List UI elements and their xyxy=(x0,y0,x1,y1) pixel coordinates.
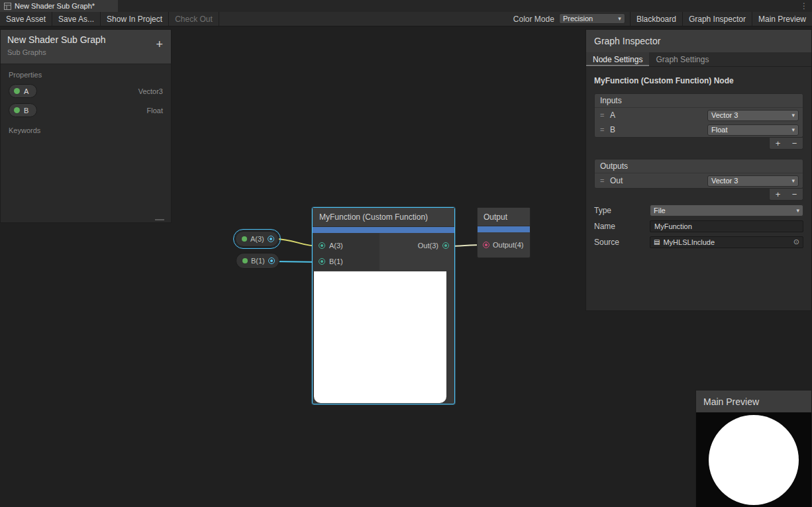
outputs-row-out-type-value: Vector 3 xyxy=(711,177,738,185)
chevron-down-icon: ▾ xyxy=(796,207,799,214)
graph-inspector-header[interactable]: Graph Inspector xyxy=(586,30,811,52)
blackboard-title: New Shader Sub Graph xyxy=(7,34,164,45)
remove-input-button[interactable]: − xyxy=(786,138,803,149)
output-node-title[interactable]: Output xyxy=(478,208,530,226)
myfunction-node[interactable]: MyFunction (Custom Function) A(3) B(1) O… xyxy=(312,207,455,404)
blackboard-toggle-button[interactable]: Blackboard xyxy=(630,12,682,26)
inputs-row-a-type-value: Vector 3 xyxy=(711,111,738,119)
drag-handle-icon[interactable]: = xyxy=(600,126,610,134)
remove-output-button[interactable]: − xyxy=(786,189,803,200)
property-row: B Float xyxy=(1,101,171,120)
outputs-row-out-type-dropdown[interactable]: Vector 3 ▾ xyxy=(707,175,799,187)
blackboard-header[interactable]: New Shader Sub Graph Sub Graphs + xyxy=(1,30,171,64)
port-row: B(1) xyxy=(313,254,380,269)
name-label: Name xyxy=(594,222,650,231)
port-row: Out(3) xyxy=(380,238,454,254)
input-port-a-label: A(3) xyxy=(329,242,343,250)
input-port-a-icon[interactable] xyxy=(319,242,325,249)
blackboard-property-b-name: B xyxy=(24,107,28,115)
source-object-value: MyHLSLInclude xyxy=(663,238,715,246)
node-accent-bar xyxy=(313,227,454,233)
property-node-a-pill[interactable]: A(3) xyxy=(235,231,279,247)
output-port-out-icon[interactable] xyxy=(442,242,449,249)
tab-node-settings[interactable]: Node Settings xyxy=(586,52,649,66)
properties-section-label: Properties xyxy=(1,64,171,81)
save-asset-button[interactable]: Save Asset xyxy=(0,12,52,26)
main-preview-toggle-button[interactable]: Main Preview xyxy=(752,12,812,26)
check-out-button[interactable]: Check Out xyxy=(169,12,219,26)
window-menu-icon[interactable]: ⋮ xyxy=(800,1,808,11)
drag-handle-icon[interactable]: = xyxy=(600,177,610,185)
chevron-down-icon: ▾ xyxy=(791,112,795,118)
blackboard-panel: New Shader Sub Graph Sub Graphs + Proper… xyxy=(0,29,172,223)
node-preview-surface xyxy=(314,271,446,403)
graph-inspector-panel: Graph Inspector Node Settings Graph Sett… xyxy=(585,29,812,311)
input-ports-column: A(3) B(1) xyxy=(313,233,380,270)
precision-dropdown[interactable]: Precision ▾ xyxy=(559,13,625,24)
object-picker-icon[interactable]: ⊙ xyxy=(793,238,799,246)
blackboard-resize-handle[interactable] xyxy=(155,219,164,220)
property-color-dot-icon xyxy=(14,107,20,113)
preview-sphere xyxy=(709,415,799,505)
type-label: Type xyxy=(594,206,650,215)
add-input-button[interactable]: + xyxy=(770,138,786,149)
drag-handle-icon[interactable]: = xyxy=(600,111,610,119)
graph-toolbar: Save Asset Save As... Show In Project Ch… xyxy=(0,12,812,26)
inputs-row-a-type-dropdown[interactable]: Vector 3 ▾ xyxy=(707,110,799,121)
output-port-out-label: Out(3) xyxy=(418,242,438,250)
inputs-row-a-name: A xyxy=(610,111,707,120)
property-color-dot-icon xyxy=(14,88,20,94)
inputs-list: Inputs = A Vector 3 ▾ = B Float ▾ xyxy=(594,93,803,138)
property-node-b[interactable]: B(1) xyxy=(236,253,279,269)
blackboard-property-b-type: Float xyxy=(147,107,163,115)
output-ports-column: Out(3) xyxy=(380,233,454,270)
inputs-list-header: Inputs xyxy=(595,94,803,108)
function-name-input[interactable]: MyFunction xyxy=(650,220,803,232)
document-tab[interactable]: New Shader Sub Graph* xyxy=(0,0,118,12)
output-node-input-port-icon[interactable] xyxy=(483,242,489,248)
property-node-a-label: A(3) xyxy=(250,235,264,243)
add-output-button[interactable]: + xyxy=(770,189,786,200)
inputs-row-b-type-dropdown[interactable]: Float ▾ xyxy=(707,124,799,136)
property-node-a-output-port[interactable] xyxy=(268,236,274,242)
toolbar-right-group: Color Mode Precision ▾ Blackboard Graph … xyxy=(509,12,812,26)
property-node-a[interactable]: A(3) xyxy=(233,229,281,249)
property-node-b-label: B(1) xyxy=(251,257,265,265)
myfunction-node-title[interactable]: MyFunction (Custom Function) xyxy=(313,208,454,227)
keywords-section-label: Keywords xyxy=(1,120,171,137)
save-as-button[interactable]: Save As... xyxy=(52,12,101,26)
source-object-field[interactable]: ▤ MyHLSLInclude ⊙ xyxy=(650,236,803,248)
output-node-port-label: Output(4) xyxy=(493,241,523,249)
graph-inspector-toggle-button[interactable]: Graph Inspector xyxy=(682,12,752,26)
output-node[interactable]: Output Output(4) xyxy=(477,207,531,258)
blackboard-property-a[interactable]: A xyxy=(9,84,37,98)
precision-dropdown-value: Precision xyxy=(563,15,593,23)
shader-graph-window: New Shader Sub Graph* ⋮ Save Asset Save … xyxy=(0,0,812,507)
outputs-list: Outputs = Out Vector 3 ▾ xyxy=(594,159,803,189)
input-port-b-icon[interactable] xyxy=(319,258,325,265)
document-tab-label: New Shader Sub Graph* xyxy=(15,2,95,10)
outputs-row-out-name: Out xyxy=(610,176,707,185)
tab-graph-settings[interactable]: Graph Settings xyxy=(649,52,715,66)
property-color-dot-icon xyxy=(242,236,247,242)
main-preview-panel: Main Preview xyxy=(695,390,812,507)
inputs-row-b-name: B xyxy=(610,125,707,134)
main-preview-viewport[interactable] xyxy=(696,412,811,507)
blackboard-subtitle: Sub Graphs xyxy=(7,48,164,56)
output-node-ports: Output(4) xyxy=(478,232,530,257)
myfunction-node-ports: A(3) B(1) Out(3) xyxy=(313,233,454,270)
blackboard-property-a-type: Vector3 xyxy=(138,87,163,95)
type-field-row: Type File ▾ xyxy=(594,204,803,216)
property-node-b-pill[interactable]: B(1) xyxy=(236,253,279,269)
chevron-down-icon: ▾ xyxy=(618,15,621,22)
main-preview-header[interactable]: Main Preview xyxy=(696,391,811,412)
inputs-list-footer: + − xyxy=(594,138,803,150)
show-in-project-button[interactable]: Show In Project xyxy=(101,12,169,26)
type-dropdown[interactable]: File ▾ xyxy=(650,205,803,216)
add-property-button[interactable]: + xyxy=(156,38,163,50)
unity-window-icon xyxy=(4,3,11,10)
source-field-row: Source ▤ MyHLSLInclude ⊙ xyxy=(594,236,803,248)
title-tab-strip: New Shader Sub Graph* ⋮ xyxy=(0,0,812,12)
property-node-b-output-port[interactable] xyxy=(268,257,275,264)
blackboard-property-b[interactable]: B xyxy=(9,103,37,117)
